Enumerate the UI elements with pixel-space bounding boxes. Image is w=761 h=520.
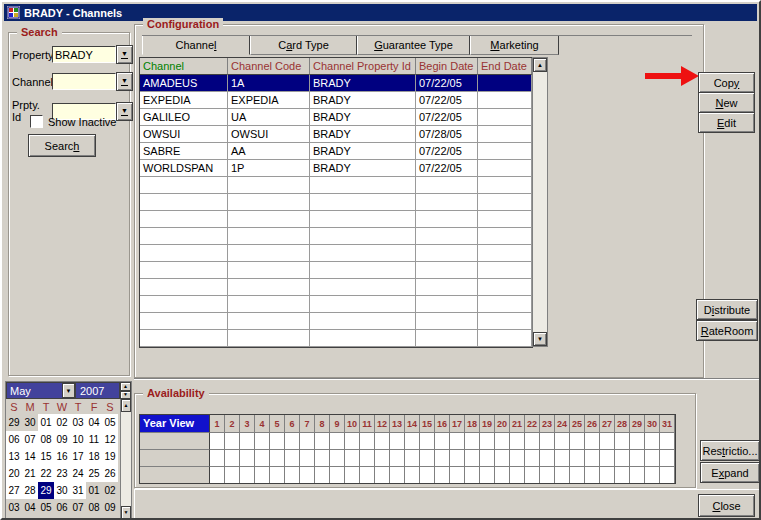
availability-cell[interactable] [420,449,435,466]
availability-cell[interactable] [465,466,480,483]
scroll-up-icon[interactable]: ▲ [533,58,547,72]
availability-cell[interactable] [645,466,660,483]
calendar-scrollbar[interactable]: ▲ ▼ [120,399,131,519]
availability-cell[interactable] [360,466,375,483]
availability-cell[interactable] [495,432,510,449]
calendar-day[interactable]: 06 [54,499,70,516]
search-button[interactable]: Search [28,134,96,157]
availability-cell[interactable] [600,432,615,449]
tab-marketing[interactable]: Marketing [470,36,559,55]
availability-cell[interactable] [285,449,300,466]
availability-cell[interactable] [315,432,330,449]
availability-cell[interactable] [600,449,615,466]
scroll-up-icon[interactable]: ▲ [121,399,131,412]
calendar-day[interactable]: 28 [22,482,38,499]
availability-cell[interactable] [390,466,405,483]
availability-cell[interactable] [270,466,285,483]
calendar-day[interactable]: 04 [22,499,38,516]
month-dropdown-button[interactable]: ▼ [62,383,75,398]
calendar-day[interactable]: 16 [54,448,70,465]
availability-cell[interactable] [270,449,285,466]
calendar-day[interactable]: 31 [70,482,86,499]
calendar-year-value[interactable]: 2007 [76,382,120,399]
calendar-day[interactable]: 21 [22,465,38,482]
calendar-day[interactable]: 30 [22,414,38,431]
calendar-day[interactable]: 04 [86,414,102,431]
scrollbar-track[interactable] [121,412,131,506]
availability-cell[interactable] [585,432,600,449]
availability-cell[interactable] [630,449,645,466]
show-inactive-checkbox[interactable] [30,115,43,128]
availability-cell[interactable] [420,466,435,483]
availability-cell[interactable] [405,432,420,449]
calendar-day[interactable]: 09 [102,499,118,516]
calendar-day[interactable]: 14 [22,448,38,465]
availability-cell[interactable] [315,466,330,483]
availability-cell[interactable] [600,466,615,483]
availability-cell[interactable] [210,449,225,466]
availability-cell[interactable] [585,466,600,483]
availability-cell[interactable] [330,432,345,449]
calendar-day[interactable]: 26 [102,465,118,482]
availability-cell[interactable] [225,466,240,483]
availability-cell[interactable] [300,466,315,483]
calendar-day[interactable]: 08 [38,431,54,448]
availability-cell[interactable] [570,466,585,483]
availability-cell[interactable] [540,449,555,466]
availability-cell[interactable] [615,449,630,466]
calendar-day[interactable]: 01 [38,414,54,431]
availability-cell[interactable] [480,466,495,483]
rateroom-button[interactable]: RateRoom [696,320,758,341]
calendar-day[interactable]: 18 [86,448,102,465]
copy-button[interactable]: Copy [698,72,755,93]
availability-cell[interactable] [360,449,375,466]
calendar-day[interactable]: 27 [6,482,22,499]
availability-cell[interactable] [240,432,255,449]
availability-cell[interactable] [225,449,240,466]
calendar-day[interactable]: 09 [54,431,70,448]
calendar-day[interactable]: 20 [6,465,22,482]
availability-cell[interactable] [255,449,270,466]
availability-cell[interactable] [300,432,315,449]
channel-input[interactable] [52,73,116,90]
availability-cell[interactable] [330,449,345,466]
availability-cell[interactable] [270,432,285,449]
calendar-day[interactable]: 07 [22,431,38,448]
availability-cell[interactable] [510,449,525,466]
availability-cell[interactable] [555,449,570,466]
availability-cell[interactable] [210,466,225,483]
table-row[interactable]: GALILEOUABRADY07/22/05 [140,109,532,126]
tab-channel[interactable]: Channel [142,36,250,55]
availability-cell[interactable] [495,449,510,466]
availability-cell[interactable] [660,466,675,483]
availability-cell[interactable] [615,466,630,483]
availability-cell[interactable] [255,432,270,449]
channel-dropdown-button[interactable]: ▼ [116,72,133,91]
availability-cell[interactable] [330,466,345,483]
availability-cell[interactable] [240,449,255,466]
availability-cell[interactable] [390,432,405,449]
availability-cell[interactable] [225,432,240,449]
availability-cell[interactable] [360,432,375,449]
availability-cell[interactable] [540,466,555,483]
availability-cell[interactable] [540,432,555,449]
calendar-day[interactable]: 15 [38,448,54,465]
availability-cell[interactable] [450,432,465,449]
availability-cell[interactable] [630,432,645,449]
calendar-day[interactable]: 12 [102,431,118,448]
calendar-day[interactable]: 10 [70,431,86,448]
availability-cell[interactable] [645,432,660,449]
availability-cell[interactable] [435,449,450,466]
calendar-day[interactable]: 03 [6,499,22,516]
calendar-day[interactable]: 02 [54,414,70,431]
availability-cell[interactable] [345,449,360,466]
table-row[interactable]: SABREAABRADY07/22/05 [140,143,532,160]
availability-cell[interactable] [405,466,420,483]
availability-cell[interactable] [615,432,630,449]
availability-cell[interactable] [525,449,540,466]
calendar-day[interactable]: 02 [102,482,118,499]
table-scrollbar[interactable]: ▲ ▼ [532,57,548,347]
availability-cell[interactable] [375,432,390,449]
calendar-day[interactable]: 08 [86,499,102,516]
availability-cell[interactable] [465,449,480,466]
